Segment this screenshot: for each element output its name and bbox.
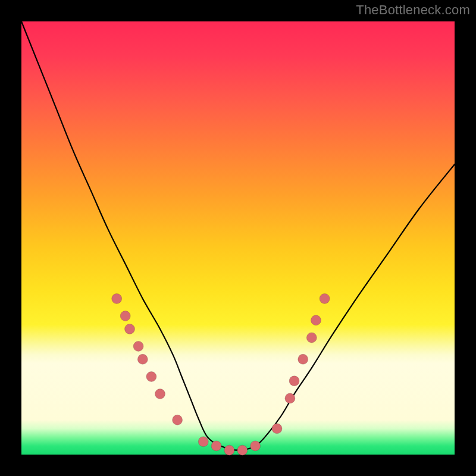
curve-marker: [272, 424, 282, 434]
curve-marker: [137, 354, 148, 364]
curve-marker: [133, 342, 143, 352]
bottleneck-curve: [21, 21, 455, 450]
curve-marker: [320, 293, 330, 303]
curve-marker: [173, 415, 183, 425]
curve-marker: [211, 441, 221, 451]
curve-marker: [146, 372, 156, 382]
curve-marker: [198, 437, 208, 447]
curve-marker: [311, 315, 321, 325]
curve-marker: [112, 293, 122, 303]
marker-group: [112, 293, 330, 455]
curve-plot: [21, 21, 455, 455]
curve-marker: [250, 441, 261, 451]
curve-marker: [237, 445, 248, 455]
curve-marker: [285, 393, 295, 403]
curve-marker: [298, 354, 308, 364]
curve-marker: [306, 333, 317, 343]
curve-marker: [120, 311, 130, 321]
curve-marker: [224, 445, 234, 455]
curve-marker: [125, 324, 135, 334]
watermark-text: TheBottleneck.com: [356, 2, 470, 18]
curve-marker: [289, 376, 299, 386]
chart-frame: TheBottleneck.com: [0, 0, 476, 476]
curve-marker: [155, 389, 165, 399]
